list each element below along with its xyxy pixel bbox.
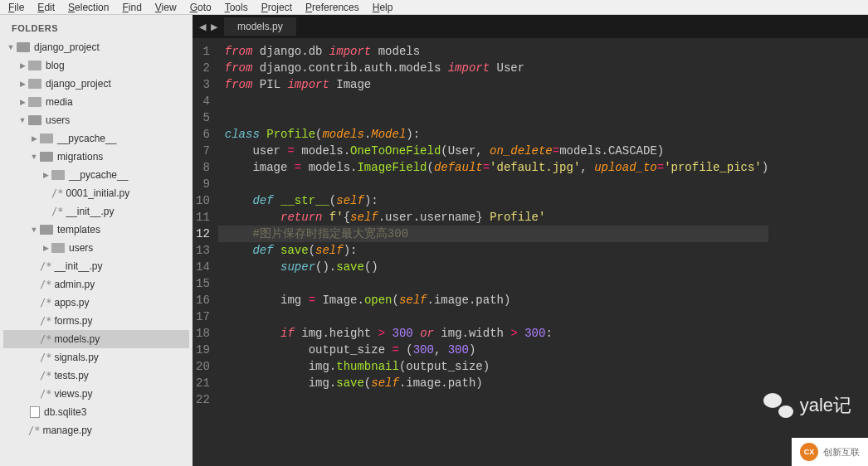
folder-users[interactable]: ▶users	[3, 239, 189, 257]
menu-selection[interactable]: Selection	[68, 2, 109, 13]
folder-django-project[interactable]: ▶django_project	[3, 75, 189, 93]
sidebar-title: FOLDERS	[3, 22, 189, 38]
line-number: 9	[196, 176, 210, 192]
wechat-icon	[763, 393, 793, 418]
code-line[interactable]: output_size = (300, 300)	[218, 342, 768, 358]
file-prefix: /*	[40, 295, 51, 310]
code-line[interactable]: from django.db import models	[218, 43, 768, 60]
menu-view[interactable]: View	[155, 2, 177, 13]
code-line[interactable]: img = Image.open(self.image.path)	[218, 292, 768, 308]
file-prefix: /*	[28, 423, 40, 438]
line-number: 20	[196, 358, 210, 375]
tab-prev-icon[interactable]: ◀	[199, 22, 206, 32]
code-editor[interactable]: 12345678910111213141516171819202122 from…	[193, 38, 868, 466]
tree-label: models.py	[54, 332, 100, 347]
folder-users[interactable]: ▼users	[3, 111, 189, 129]
tree-label: db.sqlite3	[44, 405, 86, 420]
code-line[interactable]	[218, 109, 768, 126]
code-line[interactable]	[218, 93, 768, 109]
code-line[interactable]: img.save(self.image.path)	[218, 375, 768, 391]
line-number: 13	[196, 242, 210, 259]
code-line[interactable]: return f'{self.user.username} Profile'	[218, 209, 768, 226]
tree-label: __pycache__	[57, 131, 116, 146]
file-views-py[interactable]: /*views.py	[3, 385, 189, 403]
menu-edit[interactable]: Edit	[37, 2, 55, 13]
file-prefix: /*	[40, 332, 51, 347]
file-signals-py[interactable]: /*signals.py	[3, 348, 189, 366]
folder-django-project[interactable]: ▼django_project	[3, 38, 189, 56]
line-number: 16	[196, 292, 210, 308]
code-line[interactable]: #图片保存时指定最大宽高300	[218, 226, 768, 242]
code-line[interactable]	[218, 391, 768, 408]
file-prefix: /*	[40, 259, 51, 274]
line-number: 4	[196, 93, 210, 109]
folder-icon	[51, 243, 65, 253]
file-db-sqlite3[interactable]: db.sqlite3	[3, 403, 189, 421]
tree-label: templates	[57, 222, 100, 237]
arrow-icon: ▶	[18, 95, 27, 109]
file---init---py[interactable]: /*__init__.py	[3, 202, 189, 221]
line-number: 5	[196, 109, 210, 126]
line-number: 1	[196, 43, 210, 60]
tree-label: media	[46, 95, 73, 109]
tab-nav-arrows[interactable]: ◀ ▶	[193, 22, 224, 32]
menu-preferences[interactable]: Preferences	[305, 2, 359, 13]
file-apps-py[interactable]: /*apps.py	[3, 294, 189, 312]
file---init---py[interactable]: /*__init__.py	[3, 257, 189, 275]
code-line[interactable]	[218, 275, 768, 292]
file-manage-py[interactable]: /*manage.py	[3, 421, 189, 439]
folder-media[interactable]: ▶media	[3, 93, 189, 111]
code-line[interactable]: image = models.ImageField(default='defau…	[218, 159, 768, 176]
menu-project[interactable]: Project	[261, 2, 292, 13]
folder-icon	[28, 115, 41, 125]
arrow-icon: ▼	[30, 222, 38, 237]
tab-bar: ◀ ▶ models.py	[193, 15, 868, 38]
watermark-wechat: yale记	[763, 393, 851, 418]
tree-label: __pycache__	[69, 167, 128, 182]
file-0001-initial-py[interactable]: /*0001_initial.py	[3, 184, 189, 202]
tree-label: users	[69, 240, 93, 255]
tree-label: django_project	[34, 40, 100, 55]
tab-next-icon[interactable]: ▶	[211, 22, 217, 32]
file-admin-py[interactable]: /*admin.py	[3, 275, 189, 294]
menu-tools[interactable]: Tools	[225, 2, 248, 13]
menu-find[interactable]: Find	[122, 2, 141, 13]
file-prefix: /*	[40, 277, 51, 292]
code-line[interactable]: from PIL import Image	[218, 76, 768, 93]
tree-label: signals.py	[54, 350, 98, 365]
tree-label: __init__.py	[54, 259, 102, 274]
menu-help[interactable]: Help	[373, 2, 393, 13]
file-models-py[interactable]: /*models.py	[3, 330, 189, 348]
folder-blog[interactable]: ▶blog	[3, 56, 189, 75]
menu-goto[interactable]: Goto	[190, 2, 212, 13]
folder-migrations[interactable]: ▼migrations	[3, 148, 189, 166]
file-forms-py[interactable]: /*forms.py	[3, 312, 189, 330]
file-prefix: /*	[40, 350, 51, 365]
code-body[interactable]: from django.db import modelsfrom django.…	[218, 38, 768, 466]
arrow-icon: ▼	[18, 113, 27, 128]
code-line[interactable]: img.thumbnail(output_size)	[218, 358, 768, 375]
menu-bar: FileEditSelectionFindViewGotoToolsProjec…	[0, 0, 868, 15]
tree-label: blog	[46, 58, 65, 73]
folder---pycache--[interactable]: ▶__pycache__	[3, 166, 189, 184]
code-line[interactable]: def save(self):	[218, 242, 768, 259]
file-tests-py[interactable]: /*tests.py	[3, 366, 189, 385]
code-line[interactable]: if img.height > 300 or img.width > 300:	[218, 325, 768, 342]
code-line[interactable]: from django.contrib.auth.models import U…	[218, 60, 768, 76]
tab-models[interactable]: models.py	[224, 17, 297, 36]
code-line[interactable]	[218, 176, 768, 192]
line-number: 7	[196, 143, 210, 159]
code-line[interactable]: def __str__(self):	[218, 192, 768, 209]
folder-templates[interactable]: ▼templates	[3, 221, 189, 239]
folder-icon	[28, 97, 41, 107]
sidebar: FOLDERS ▼django_project▶blog▶django_proj…	[0, 15, 193, 466]
code-line[interactable]	[218, 308, 768, 325]
code-line[interactable]: user = models.OneToOneField(User, on_del…	[218, 143, 768, 159]
file-prefix: /*	[51, 204, 63, 219]
folder-icon	[40, 225, 53, 235]
code-line[interactable]: super().save()	[218, 259, 768, 275]
code-line[interactable]: class Profile(models.Model):	[218, 126, 768, 143]
menu-file[interactable]: File	[8, 2, 24, 13]
arrow-icon: ▶	[18, 76, 27, 91]
folder---pycache--[interactable]: ▶__pycache__	[3, 129, 189, 148]
